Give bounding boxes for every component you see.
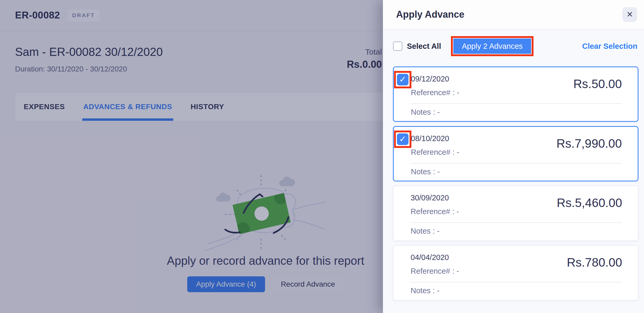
advance-list: ✓ 09/12/2020 Rs.50.00 Reference# : - Not… bbox=[383, 63, 644, 313]
tab-label: HISTORY bbox=[191, 103, 224, 111]
banknote-icon bbox=[219, 189, 294, 244]
advance-checkbox[interactable]: ✓ bbox=[397, 74, 408, 85]
advance-date: 30/09/2020 bbox=[411, 194, 449, 202]
report-duration: Duration: 30/11/2020 - 30/12/2020 bbox=[15, 65, 127, 73]
report-id: ER-00082 bbox=[15, 10, 60, 21]
annotation-box: Apply 2 Advances bbox=[451, 36, 534, 56]
advance-date: 08/10/2020 bbox=[411, 134, 449, 143]
money-illustration bbox=[205, 171, 326, 253]
total-label: Total bbox=[347, 47, 382, 56]
clear-selection-link[interactable]: Clear Selection bbox=[582, 42, 637, 51]
advance-card[interactable]: 30/09/2020 Rs.5,460.00 Reference# : - No… bbox=[393, 186, 638, 241]
advance-date: 04/04/2020 bbox=[411, 253, 449, 262]
select-all-label[interactable]: Select All bbox=[407, 42, 441, 51]
advance-notes: Notes : - bbox=[411, 286, 440, 295]
panel-controls: Select All Apply 2 Advances Clear Select… bbox=[383, 30, 644, 63]
tab-expenses[interactable]: EXPENSES bbox=[23, 93, 65, 121]
record-advance-button[interactable]: Record Advance bbox=[272, 276, 344, 292]
card-checkbox-annotation: ✓ bbox=[394, 131, 411, 148]
page-title: Sam - ER-00082 30/12/2020 bbox=[15, 45, 163, 59]
close-icon: ✕ bbox=[626, 11, 633, 18]
advance-reference: Reference# : - bbox=[411, 207, 459, 216]
advance-date: 09/12/2020 bbox=[411, 75, 449, 83]
apply-advance-button[interactable]: Apply Advance (4) bbox=[187, 276, 265, 292]
advance-card[interactable]: ✓ 09/12/2020 Rs.50.00 Reference# : - Not… bbox=[393, 66, 638, 122]
cloud-icon bbox=[279, 177, 295, 186]
total-value: Rs.0.00 bbox=[347, 59, 382, 70]
divider bbox=[411, 103, 622, 104]
cloud-icon bbox=[216, 192, 231, 201]
panel-header: Apply Advance ✕ bbox=[383, 0, 644, 30]
apply-advance-panel: Apply Advance ✕ Select All Apply 2 Advan… bbox=[383, 0, 644, 313]
divider bbox=[411, 282, 622, 282]
advance-reference: Reference# : - bbox=[411, 88, 459, 97]
advance-card[interactable]: ✓ 08/10/2020 Rs.7,990.00 Reference# : - … bbox=[393, 126, 638, 181]
advance-notes: Notes : - bbox=[411, 167, 440, 176]
divider bbox=[411, 222, 622, 223]
panel-title: Apply Advance bbox=[396, 9, 622, 20]
advance-checkbox[interactable]: ✓ bbox=[397, 133, 408, 145]
status-badge: DRAFT bbox=[68, 9, 100, 21]
advance-amount: Rs.7,990.00 bbox=[556, 136, 622, 151]
tab-advances-refunds[interactable]: ADVANCES & REFUNDS bbox=[83, 93, 173, 121]
advance-amount: Rs.780.00 bbox=[567, 255, 622, 269]
advance-amount: Rs.5,460.00 bbox=[557, 196, 622, 210]
checkmark-icon: ✓ bbox=[399, 75, 406, 84]
advance-reference: Reference# : - bbox=[411, 148, 459, 157]
tab-label: ADVANCES & REFUNDS bbox=[83, 103, 172, 111]
advance-card[interactable]: 04/04/2020 Rs.780.00 Reference# : - Note… bbox=[393, 245, 638, 301]
report-total: Total Rs.0.00 bbox=[347, 47, 382, 70]
tab-label: EXPENSES bbox=[24, 103, 65, 111]
select-all-checkbox[interactable] bbox=[393, 41, 402, 51]
advance-notes: Notes : - bbox=[411, 108, 440, 117]
advance-notes: Notes : - bbox=[411, 227, 440, 235]
close-button[interactable]: ✕ bbox=[622, 7, 637, 22]
apply-selected-button[interactable]: Apply 2 Advances bbox=[453, 38, 531, 54]
checkmark-icon: ✓ bbox=[399, 135, 406, 143]
card-checkbox-annotation: ✓ bbox=[394, 71, 411, 88]
divider bbox=[411, 163, 622, 163]
tab-history[interactable]: HISTORY bbox=[190, 93, 225, 121]
advance-reference: Reference# : - bbox=[411, 267, 459, 276]
advance-amount: Rs.50.00 bbox=[573, 77, 622, 91]
